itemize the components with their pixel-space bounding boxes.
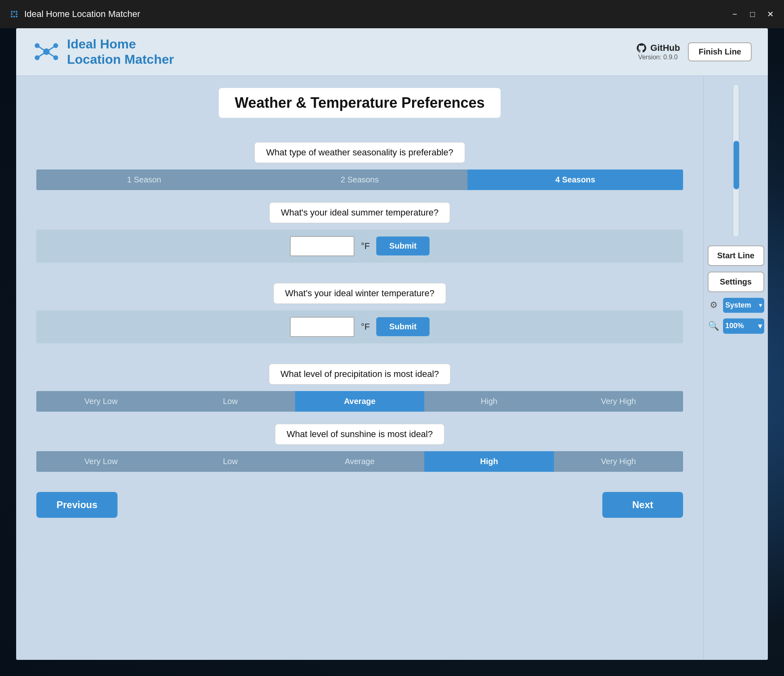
zoom-dropdown[interactable]: 100% ▾	[723, 318, 764, 334]
svg-rect-5	[11, 16, 13, 17]
main-content: Weather & Temperature Preferences What t…	[16, 76, 703, 660]
summer-temp-submit[interactable]: Submit	[376, 236, 430, 255]
titlebar: Ideal Home Location Matcher − □ ✕	[0, 0, 784, 28]
github-link[interactable]: GitHub	[636, 42, 680, 54]
summer-temp-question: What's your ideal summer temperature?	[269, 202, 451, 223]
page-title: Weather & Temperature Preferences	[235, 94, 485, 111]
titlebar-app-icon	[8, 8, 20, 20]
svg-rect-7	[16, 16, 17, 17]
svg-rect-0	[11, 11, 13, 13]
page-title-wrapper: Weather & Temperature Preferences	[36, 88, 683, 130]
content-area: Weather & Temperature Preferences What t…	[16, 76, 768, 660]
precip-very-low[interactable]: Very Low	[36, 391, 166, 412]
sunshine-high[interactable]: High	[424, 451, 553, 472]
finish-line-button[interactable]: Finish Line	[688, 42, 752, 61]
svg-rect-6	[13, 16, 15, 17]
sunshine-question: What level of sunshine is most ideal?	[275, 424, 444, 445]
app-title-line2: Location Matcher	[67, 52, 174, 67]
header-right: GitHub Version: 0.9.0 Finish Line	[636, 42, 752, 61]
app-title-line1: Ideal Home	[67, 36, 174, 52]
zoom-dropdown-label: 100%	[725, 322, 744, 330]
precipitation-question: What level of precipitation is most idea…	[269, 364, 451, 385]
gear-icon: ⚙	[708, 299, 720, 311]
github-container: GitHub Version: 0.9.0	[636, 42, 680, 61]
svg-line-13	[37, 46, 46, 52]
titlebar-controls: − □ ✕	[729, 8, 776, 20]
seasonality-question: What type of weather seasonality is pref…	[254, 142, 465, 163]
precip-low[interactable]: Low	[166, 391, 295, 412]
settings-button[interactable]: Settings	[708, 272, 764, 292]
svg-rect-1	[13, 11, 15, 13]
github-icon	[636, 42, 647, 54]
system-dropdown[interactable]: System ▾	[723, 298, 764, 313]
maximize-button[interactable]: □	[747, 8, 758, 20]
start-line-button[interactable]: Start Line	[708, 245, 764, 266]
precip-average[interactable]: Average	[295, 391, 424, 412]
svg-rect-3	[11, 13, 13, 15]
seasonality-control: 1 Season 2 Seasons 4 Seasons	[36, 170, 683, 190]
right-sidebar: Start Line Settings ⚙ System ▾ 🔍 100% ▾	[703, 76, 768, 660]
precipitation-section: What level of precipitation is most idea…	[36, 364, 683, 412]
winter-temp-submit[interactable]: Submit	[376, 317, 430, 336]
page-title-box: Weather & Temperature Preferences	[219, 88, 501, 118]
sunshine-section: What level of sunshine is most ideal? Ve…	[36, 424, 683, 472]
zoom-chevron-icon: ▾	[758, 322, 762, 331]
scroll-track[interactable]	[733, 84, 739, 237]
winter-temp-input-row: °F Submit	[36, 310, 683, 343]
system-settings-row: ⚙ System ▾	[708, 298, 764, 313]
close-button[interactable]: ✕	[765, 8, 776, 20]
seasonality-section: What type of weather seasonality is pref…	[36, 142, 683, 190]
sunshine-average[interactable]: Average	[295, 451, 424, 472]
sunshine-control: Very Low Low Average High Very High	[36, 451, 683, 472]
summer-temp-input-row: °F Submit	[36, 230, 683, 263]
github-label: GitHub	[650, 43, 680, 53]
summer-temp-unit: °F	[361, 241, 370, 251]
app-logo-container: Ideal Home Location Matcher	[32, 36, 174, 67]
winter-temp-unit: °F	[361, 322, 370, 332]
zoom-icon: 🔍	[708, 320, 720, 332]
svg-line-14	[46, 46, 56, 52]
svg-rect-4	[16, 13, 17, 15]
main-window: Ideal Home Location Matcher GitHub Versi…	[16, 28, 768, 660]
app-header: Ideal Home Location Matcher GitHub Versi…	[16, 28, 768, 76]
precip-high[interactable]: High	[424, 391, 553, 412]
svg-line-16	[46, 52, 56, 58]
segment-4-seasons[interactable]: 4 Seasons	[467, 170, 683, 190]
sunshine-very-low[interactable]: Very Low	[36, 451, 166, 472]
winter-temp-question: What's your ideal winter temperature?	[273, 283, 446, 304]
precipitation-control: Very Low Low Average High Very High	[36, 391, 683, 412]
segment-1-season[interactable]: 1 Season	[36, 170, 252, 190]
app-logo-icon	[32, 38, 61, 66]
sunshine-low[interactable]: Low	[166, 451, 295, 472]
svg-line-15	[37, 52, 46, 58]
previous-button[interactable]: Previous	[36, 492, 117, 518]
version-label: Version: 0.9.0	[636, 54, 680, 61]
winter-temp-input[interactable]	[290, 317, 354, 337]
summer-temp-input[interactable]	[290, 236, 354, 256]
chevron-down-icon: ▾	[759, 302, 762, 308]
nav-row: Previous Next	[36, 484, 683, 522]
sunshine-very-high[interactable]: Very High	[554, 451, 683, 472]
zoom-row: 🔍 100% ▾	[708, 318, 764, 334]
scroll-thumb[interactable]	[734, 141, 739, 189]
winter-temp-section: What's your ideal winter temperature? °F…	[36, 283, 683, 343]
svg-rect-2	[16, 11, 17, 13]
precip-very-high[interactable]: Very High	[554, 391, 683, 412]
segment-2-seasons[interactable]: 2 Seasons	[252, 170, 467, 190]
next-button[interactable]: Next	[602, 492, 683, 518]
system-dropdown-label: System	[725, 301, 751, 310]
minimize-button[interactable]: −	[729, 8, 740, 20]
summer-temp-section: What's your ideal summer temperature? °F…	[36, 202, 683, 263]
app-title: Ideal Home Location Matcher	[67, 36, 174, 67]
titlebar-title: Ideal Home Location Matcher	[24, 9, 140, 19]
